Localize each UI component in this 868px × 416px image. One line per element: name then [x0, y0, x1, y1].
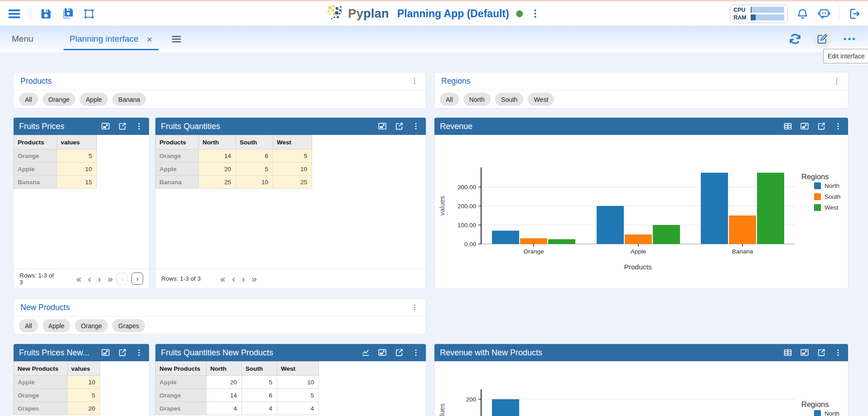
- tab-list-icon[interactable]: [170, 33, 183, 45]
- table-view-icon[interactable]: [783, 122, 792, 131]
- col-page-next-button[interactable]: ›: [131, 273, 143, 285]
- value-cell[interactable]: 5: [57, 149, 97, 163]
- toolbar-divider: [839, 6, 839, 21]
- filter-chip-all[interactable]: All: [440, 93, 459, 106]
- open-in-new-icon[interactable]: [817, 122, 826, 131]
- panel-menu-icon[interactable]: [832, 77, 841, 86]
- panel-title: Fruits Prices New...: [19, 348, 101, 358]
- value-cell[interactable]: 5: [236, 163, 273, 176]
- filter-chip-south[interactable]: South: [495, 93, 524, 106]
- filter-chip-north[interactable]: North: [463, 93, 491, 106]
- first-page-icon[interactable]: «: [76, 274, 81, 283]
- popout-icon[interactable]: [378, 348, 387, 357]
- value-cell[interactable]: 25: [199, 176, 236, 189]
- prev-page-icon[interactable]: ‹: [88, 274, 91, 283]
- value-cell[interactable]: 14: [199, 149, 236, 163]
- last-page-icon[interactable]: »: [108, 274, 113, 283]
- last-page-icon[interactable]: »: [252, 274, 257, 283]
- open-in-new-icon[interactable]: [395, 348, 404, 357]
- chart-view-icon[interactable]: [361, 348, 370, 357]
- filter-chip-orange[interactable]: Orange: [43, 93, 76, 106]
- popout-icon[interactable]: [800, 348, 809, 357]
- filter-chip-orange[interactable]: Orange: [75, 319, 108, 332]
- next-page-icon[interactable]: ›: [98, 274, 101, 283]
- value-cell[interactable]: 4: [207, 402, 242, 415]
- panel-menu-icon[interactable]: [135, 348, 144, 357]
- panel-menu-icon[interactable]: [410, 303, 419, 312]
- prev-page-icon[interactable]: ‹: [232, 274, 235, 283]
- more-options-icon[interactable]: [843, 33, 856, 45]
- value-cell[interactable]: 5: [68, 389, 100, 402]
- edit-interface-button[interactable]: [813, 29, 832, 48]
- value-cell[interactable]: 10: [68, 376, 100, 389]
- svg-text:North: North: [825, 182, 839, 189]
- menu-icon[interactable]: [7, 7, 21, 21]
- menu-label[interactable]: Menu: [12, 34, 34, 44]
- open-in-new-icon[interactable]: [118, 122, 127, 131]
- value-cell[interactable]: 10: [57, 163, 97, 176]
- tab-planning-interface[interactable]: Planning interface ×: [63, 26, 159, 52]
- filter-chip-all[interactable]: All: [19, 319, 38, 332]
- row-label-cell: Apple: [156, 163, 199, 176]
- column-header: values: [57, 135, 97, 149]
- save-icon[interactable]: [40, 8, 52, 20]
- filter-chip-west[interactable]: West: [528, 93, 554, 106]
- popout-icon[interactable]: [800, 122, 809, 131]
- value-cell[interactable]: 25: [273, 176, 312, 189]
- table-row: Orange5: [14, 149, 97, 163]
- app-menu-dots-icon[interactable]: [530, 8, 541, 19]
- column-header: New Products: [156, 362, 207, 376]
- panel-menu-icon[interactable]: [411, 348, 420, 357]
- notifications-bell-icon[interactable]: [796, 7, 809, 20]
- panel-title: New Products: [20, 303, 410, 312]
- panel-fruits-prices: Fruits Prices ProductsvaluesOrange5Apple…: [13, 117, 149, 289]
- value-cell[interactable]: 15: [57, 176, 97, 189]
- save-all-icon[interactable]: [61, 7, 74, 20]
- panel-menu-icon[interactable]: [834, 348, 843, 357]
- refresh-icon[interactable]: [788, 32, 802, 46]
- popout-icon[interactable]: [101, 348, 110, 357]
- selection-frame-icon[interactable]: [83, 8, 95, 20]
- popout-icon[interactable]: [378, 122, 387, 131]
- first-page-icon[interactable]: «: [220, 274, 225, 283]
- column-header: New Products: [14, 362, 68, 376]
- panel-menu-icon[interactable]: [834, 122, 843, 131]
- value-cell[interactable]: 4: [242, 402, 277, 415]
- value-cell[interactable]: 10: [273, 163, 312, 176]
- value-cell[interactable]: 5: [277, 389, 319, 402]
- data-table: New ProductsNorthSouthWestApple20510Oran…: [155, 361, 319, 415]
- value-cell[interactable]: 5: [273, 149, 312, 163]
- table-row: Apple20510: [156, 376, 319, 389]
- open-in-new-icon[interactable]: [817, 348, 826, 357]
- popout-icon[interactable]: [101, 122, 110, 131]
- filter-chip-all[interactable]: All: [19, 93, 38, 106]
- tab-close-icon[interactable]: ×: [147, 34, 152, 44]
- open-in-new-icon[interactable]: [395, 122, 404, 131]
- assistant-chat-icon[interactable]: [817, 7, 831, 20]
- next-page-icon[interactable]: ›: [242, 274, 245, 283]
- value-cell[interactable]: 10: [236, 176, 273, 189]
- panel-title: Fruits Prices: [19, 122, 101, 131]
- col-page-prev-button[interactable]: ‹: [116, 273, 128, 285]
- value-cell[interactable]: 20: [199, 163, 236, 176]
- filter-chip-banana[interactable]: Banana: [112, 93, 146, 106]
- panel-menu-icon[interactable]: [135, 122, 144, 131]
- open-in-new-icon[interactable]: [118, 348, 127, 357]
- filter-chip-grapes[interactable]: Grapes: [112, 319, 145, 332]
- filter-chip-apple[interactable]: Apple: [43, 319, 71, 332]
- filter-chip-apple[interactable]: Apple: [80, 93, 108, 106]
- table-view-icon[interactable]: [783, 348, 792, 357]
- value-cell[interactable]: 6: [242, 389, 277, 402]
- value-cell[interactable]: 5: [242, 376, 277, 389]
- panel-title: Fruits Quantities: [161, 122, 378, 131]
- panel-menu-icon[interactable]: [411, 122, 420, 131]
- panel-menu-icon[interactable]: [410, 77, 419, 86]
- value-cell[interactable]: 20: [207, 376, 242, 389]
- value-cell[interactable]: 10: [277, 376, 319, 389]
- value-cell[interactable]: 6: [236, 149, 273, 163]
- svg-text:100.00: 100.00: [458, 222, 476, 229]
- value-cell[interactable]: 14: [207, 389, 242, 402]
- value-cell[interactable]: 4: [277, 402, 319, 415]
- value-cell[interactable]: 20: [68, 402, 100, 415]
- logout-icon[interactable]: [848, 7, 861, 20]
